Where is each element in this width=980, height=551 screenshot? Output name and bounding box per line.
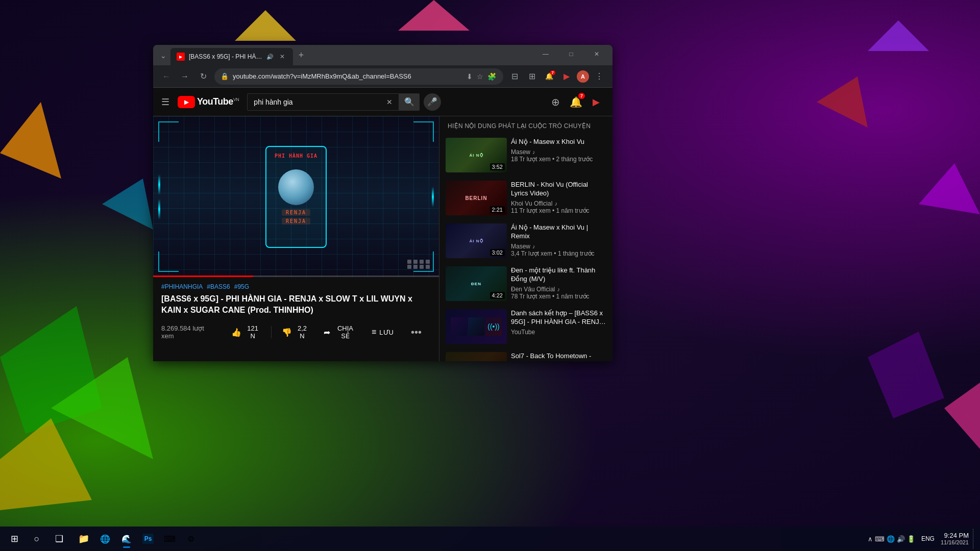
more-actions-button[interactable]: ••• bbox=[402, 320, 431, 344]
rec-thumb-4: ((•)) bbox=[446, 309, 507, 344]
system-tray-up-arrow[interactable]: ∧ bbox=[868, 535, 873, 543]
taskbar-app-settings[interactable]: ⚙ bbox=[181, 529, 201, 549]
notifications-button[interactable]: 🔔 7 bbox=[568, 94, 584, 110]
video-tag-1[interactable]: #PHIHANHGIA bbox=[161, 283, 203, 290]
search-input[interactable] bbox=[254, 98, 382, 106]
close-button[interactable]: ✕ bbox=[585, 46, 608, 62]
extensions-icon[interactable]: 🧩 bbox=[486, 71, 497, 82]
rec-item-5[interactable]: BACK TO THEHOMETOWN Sol7 - Back To Homet… bbox=[439, 348, 612, 361]
youtube-main: PHI HÀNH GIA RENJA RENJA bbox=[153, 116, 612, 361]
search-taskbar-icon: ○ bbox=[34, 534, 40, 544]
search-clear-button[interactable]: ✕ bbox=[386, 98, 393, 106]
speed-dot-5 bbox=[407, 265, 411, 269]
rec-thumb-3: Đen 4:22 bbox=[446, 266, 507, 301]
video-tag-3[interactable]: #95G bbox=[234, 283, 249, 290]
rec-info-1: BERLIN - Khoi Vu (Official Lyrics Video)… bbox=[511, 181, 606, 215]
rec-item-4[interactable]: ((•)) Danh sách kết hợp – [BASS6 x 95G] … bbox=[439, 305, 612, 348]
corner-tr bbox=[413, 121, 434, 142]
side-accent-1 bbox=[158, 174, 160, 195]
minimize-button[interactable]: — bbox=[534, 46, 557, 62]
sidebar-icon[interactable]: ⊟ bbox=[507, 69, 522, 84]
back-button[interactable]: ← bbox=[159, 69, 174, 84]
taskbar-app-chrome[interactable]: 🌐 bbox=[95, 529, 115, 549]
video-tag-2[interactable]: #BASS6 bbox=[207, 283, 230, 290]
refresh-button[interactable]: ↻ bbox=[196, 69, 210, 84]
rec-title-0: Ái Nộ - Masew x Khoi Vu bbox=[511, 138, 606, 146]
share-button[interactable]: ➦ CHIA SẺ bbox=[317, 321, 363, 343]
tab-close-button[interactable]: ✕ bbox=[278, 52, 287, 61]
dislike-count: 2,2 N bbox=[295, 324, 309, 340]
search-submit-button[interactable]: 🔍 bbox=[399, 93, 420, 111]
video-info: #PHIHANHGIA #BASS6 #95G [BASS6 x 95G] - … bbox=[153, 277, 439, 350]
like-button[interactable]: 👍 121 N bbox=[225, 321, 267, 343]
favorites-icon[interactable]: ▶ bbox=[559, 69, 574, 84]
rec-thumb-2: Ái Nộ 3:02 bbox=[446, 223, 507, 258]
task-view-button[interactable]: ❑ bbox=[49, 529, 69, 549]
address-bar[interactable]: 🔒 youtube.com/watch?v=iMzMRhBx9mQ&ab_cha… bbox=[214, 68, 503, 85]
rec-item-2[interactable]: Ái Nộ 3:02 Ái Nộ - Masew x Khoi Vu | Rem… bbox=[439, 219, 612, 262]
taskbar-app-file-explorer[interactable]: 📁 bbox=[74, 529, 94, 549]
profile-avatar[interactable]: A bbox=[577, 70, 589, 83]
grid-icon[interactable]: ⊞ bbox=[525, 69, 539, 84]
tab-audio-icon: 🔊 bbox=[266, 54, 274, 60]
youtube-logo-text: YouTubeVN bbox=[197, 96, 239, 107]
keyboard-icon[interactable]: ⌨ bbox=[875, 535, 885, 543]
video-player-inner: PHI HÀNH GIA RENJA RENJA bbox=[153, 116, 439, 277]
youtube-menu-icon[interactable]: ☰ bbox=[161, 96, 169, 108]
rec-item-3[interactable]: Đen 4:22 Đen - một triệu like ft. Thành … bbox=[439, 262, 612, 305]
browser-menu-button[interactable]: ⋮ bbox=[592, 69, 606, 84]
svg-marker-0 bbox=[235, 10, 296, 41]
photoshop-icon: Ps bbox=[142, 534, 154, 544]
taskbar-app-photoshop[interactable]: Ps bbox=[138, 529, 158, 549]
rec-duration-1: 2:21 bbox=[490, 206, 505, 213]
forward-button[interactable]: → bbox=[178, 69, 192, 84]
new-tab-button[interactable]: + bbox=[294, 48, 308, 62]
yt-menu-dots-button[interactable]: ▶ bbox=[588, 94, 604, 110]
search-input-wrap[interactable]: ✕ bbox=[247, 93, 399, 111]
phone-text-1: RENJA bbox=[282, 209, 310, 216]
rec-duration-0: 3:52 bbox=[490, 163, 505, 170]
download-icon[interactable]: ⬇ bbox=[465, 71, 474, 82]
tab-list-button[interactable]: ⌄ bbox=[157, 51, 169, 60]
maximize-button[interactable]: □ bbox=[559, 46, 583, 62]
video-player[interactable]: PHI HÀNH GIA RENJA RENJA bbox=[153, 116, 439, 277]
rec-title-1: BERLIN - Khoi Vu (Official Lyrics Video) bbox=[511, 181, 606, 198]
rec-info-2: Ái Nộ - Masew x Khoi Vu | Remix Masew ♪ … bbox=[511, 223, 606, 258]
notifications-icon[interactable]: 🔔 7 bbox=[542, 69, 556, 84]
speed-dot-7 bbox=[420, 265, 424, 269]
video-progress-bar[interactable] bbox=[153, 276, 439, 277]
start-button[interactable]: ⊞ bbox=[4, 529, 24, 549]
volume-icon[interactable]: 🔊 bbox=[897, 535, 905, 543]
youtube-logo-icon bbox=[178, 96, 195, 108]
rec-channel-0: Masew ♪ bbox=[511, 148, 606, 156]
settings-icon: ⚙ bbox=[187, 534, 194, 544]
rec-item-0[interactable]: Ái Nộ 3:52 Ái Nộ - Masew x Khoi Vu Masew… bbox=[439, 134, 612, 177]
video-side-accents-right bbox=[432, 187, 434, 207]
save-button[interactable]: ≡ LƯU bbox=[365, 324, 400, 340]
taskbar-time: 9:24 PM bbox=[941, 532, 969, 540]
active-tab[interactable]: [BASS6 x 95G] - PHI HÀNH C 🔊 ✕ bbox=[170, 48, 293, 65]
taskbar-app-terminal[interactable]: ⌨ bbox=[159, 529, 180, 549]
rec-meta-0: 18 Tr lượt xem • 2 tháng trước bbox=[511, 156, 606, 163]
language-indicator[interactable]: ENG bbox=[921, 535, 935, 542]
video-section: PHI HÀNH GIA RENJA RENJA bbox=[153, 116, 439, 361]
battery-icon[interactable]: 🔋 bbox=[907, 535, 915, 543]
taskbar-app-edge[interactable]: 🌊 bbox=[116, 529, 137, 549]
youtube-logo[interactable]: YouTubeVN bbox=[178, 96, 239, 108]
bookmark-icon[interactable]: ☆ bbox=[476, 71, 484, 82]
network-icon[interactable]: 🌐 bbox=[887, 535, 895, 543]
voice-search-button[interactable]: 🎤 bbox=[424, 93, 441, 111]
rec-channel-4: YouTube bbox=[511, 329, 606, 336]
svg-marker-3 bbox=[0, 102, 61, 179]
create-button[interactable]: ⊕ bbox=[547, 94, 564, 110]
taskbar-clock[interactable]: 9:24 PM 11/16/2021 bbox=[941, 532, 969, 546]
show-desktop-button[interactable] bbox=[973, 529, 976, 549]
url-text: youtube.com/watch?v=iMzMRhBx9mQ&ab_chann… bbox=[233, 72, 461, 80]
search-taskbar-button[interactable]: ○ bbox=[27, 529, 47, 549]
address-bar-icons: ⬇ ☆ 🧩 bbox=[465, 71, 497, 82]
dislike-button[interactable]: 👎 2,2 N bbox=[276, 321, 315, 343]
svg-marker-11 bbox=[817, 77, 868, 128]
svg-marker-8 bbox=[868, 332, 944, 418]
rec-item-1[interactable]: BERLIN 2:21 BERLIN - Khoi Vu (Official L… bbox=[439, 177, 612, 219]
youtube-search-bar: ✕ 🔍 🎤 bbox=[247, 93, 441, 111]
